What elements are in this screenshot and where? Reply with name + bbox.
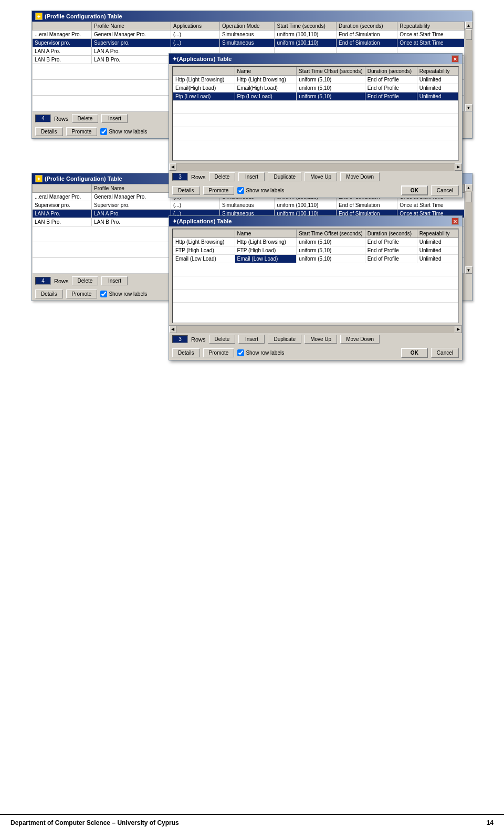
app-col-name2-7: Name — [235, 230, 297, 238]
col-header-empty-6 — [33, 22, 92, 30]
main-showlabels-checkbox-6[interactable] — [100, 128, 107, 135]
profile-config-window-6: ✦ (Profile Configuration) Table Profile … — [32, 11, 472, 139]
main-rows-count-7[interactable] — [35, 277, 51, 285]
scroll-track-7 — [465, 191, 472, 266]
app-table-row[interactable] — [173, 114, 458, 127]
app-ok-btn-6[interactable]: OK — [401, 185, 428, 195]
app-window-icon-6: ✦ — [172, 56, 177, 63]
hscroll-track-7 — [176, 326, 455, 333]
app-table-row[interactable]: Email(High Load) Email(High Load) unifor… — [173, 84, 458, 92]
app-table-row[interactable]: Ftp (Low Load) Ftp (Low Load) uniform (5… — [173, 92, 458, 101]
col-header-empty-7 — [33, 184, 92, 193]
app-showlabels-label-6[interactable]: Show row labels — [237, 187, 284, 194]
app-controls-row2-7: Details Promote Show row labels OK Cance… — [169, 346, 462, 360]
app-cancel-btn-6[interactable]: Cancel — [431, 185, 459, 195]
scroll-thumb-7[interactable] — [466, 192, 472, 202]
window-titlebar-6: ✦ (Profile Configuration) Table — [32, 11, 472, 22]
main-insert-btn-7[interactable]: Insert — [101, 276, 128, 285]
main-insert-btn-6[interactable]: Insert — [101, 114, 128, 123]
hscroll-right-7[interactable]: ▶ — [455, 326, 462, 333]
table-row[interactable]: Supervisor pro. Supervisor pro. (...) Si… — [33, 39, 465, 47]
applications-table-window-6: ✦ (Applications) Table ✕ Name Sta — [169, 53, 463, 198]
app-table-container-6: Name Start Time Offset (seconds) Duratio… — [172, 66, 459, 161]
main-showlabels-label-6[interactable]: Show row labels — [100, 128, 147, 135]
table-row[interactable]: Supervisor pro. Supervisor pro. (...) Si… — [33, 201, 465, 210]
app-table-row[interactable]: Email (Low Load) Email (Low Load) unifor… — [173, 255, 458, 263]
app-rows-count-6[interactable] — [172, 173, 188, 181]
hscroll-right-6[interactable]: ▶ — [455, 163, 462, 171]
app-window-close-6[interactable]: ✕ — [452, 55, 459, 63]
app-table-row[interactable] — [173, 263, 458, 276]
app-movedown-btn-7[interactable]: Move Down — [340, 335, 380, 344]
app-moveup-btn-6[interactable]: Move Up — [304, 172, 337, 181]
app-delete-btn-7[interactable]: Delete — [209, 335, 236, 344]
app-table-row[interactable]: Http (Light Browsing) Http (Light Browsi… — [173, 76, 458, 84]
app-duplicate-btn-7[interactable]: Duplicate — [268, 335, 301, 344]
app-table-row[interactable] — [173, 127, 458, 140]
app-table-row[interactable]: Http (Light Browsing) Http (Light Browsi… — [173, 238, 458, 246]
app-promote-btn-7[interactable]: Promote — [203, 348, 235, 357]
hscroll-left-6[interactable]: ◀ — [169, 163, 176, 171]
app-rows-count-7[interactable] — [172, 335, 188, 343]
scroll-up-arrow-7[interactable]: ▲ — [465, 184, 472, 191]
main-showlabels-label-7[interactable]: Show row labels — [100, 291, 147, 297]
col-header-starttime-6: Start Time (seconds) — [275, 22, 337, 30]
app-details-btn-6[interactable]: Details — [172, 186, 200, 195]
app-delete-btn-6[interactable]: Delete — [209, 172, 236, 181]
main-details-btn-6[interactable]: Details — [35, 127, 63, 136]
hscroll-left-7[interactable]: ◀ — [169, 326, 176, 333]
scroll-down-arrow-6[interactable]: ▼ — [465, 104, 472, 111]
app-moveup-btn-7[interactable]: Move Up — [304, 335, 337, 344]
window-icon-6: ✦ — [35, 13, 43, 20]
window-title-6: (Profile Configuration) Table — [45, 13, 122, 19]
main-showlabels-checkbox-7[interactable] — [100, 291, 107, 297]
app-promote-btn-6[interactable]: Promote — [203, 186, 235, 195]
app-controls-row1-7: Rows Delete Insert Duplicate Move Up Mov… — [169, 333, 462, 346]
scroll-down-arrow-7[interactable]: ▼ — [465, 266, 472, 274]
app-table-row[interactable] — [173, 276, 458, 290]
figure6-window: ✦ (Profile Configuration) Table Profile … — [32, 5, 472, 144]
app-col-name1-6 — [173, 67, 235, 76]
app-showlabels-checkbox-6[interactable] — [237, 187, 244, 194]
app-details-btn-7[interactable]: Details — [172, 348, 200, 357]
app-table-row[interactable]: FTP (High Load) FTP (High Load) uniform … — [173, 246, 458, 255]
vertical-scrollbar-7[interactable]: ▲ ▼ — [465, 184, 472, 274]
app-rows-label-6: Rows — [191, 174, 206, 180]
main-promote-btn-7[interactable]: Promote — [66, 290, 98, 298]
app-showlabels-label-7[interactable]: Show row labels — [237, 349, 284, 356]
app-movedown-btn-6[interactable]: Move Down — [340, 172, 380, 181]
table-row[interactable]: ...eral Manager Pro. General Manager Pro… — [33, 30, 465, 39]
col-header-applications-6: Applications — [171, 22, 220, 30]
app-hscroll-7[interactable]: ◀ ▶ — [169, 325, 462, 333]
main-details-btn-7[interactable]: Details — [35, 290, 63, 298]
app-rows-label-7: Rows — [191, 336, 206, 343]
app-insert-btn-7[interactable]: Insert — [238, 335, 265, 344]
col-header-opmode-6: Operation Mode — [219, 22, 275, 30]
app-table-row[interactable] — [173, 290, 458, 303]
app-duplicate-btn-6[interactable]: Duplicate — [268, 172, 301, 181]
app-hscroll-6[interactable]: ◀ ▶ — [169, 163, 462, 170]
app-table-7: Name Start Time Offset (seconds) Duratio… — [173, 229, 458, 303]
app-ok-btn-7[interactable]: OK — [401, 348, 428, 358]
main-showlabels-text-6: Show row labels — [109, 129, 147, 135]
app-cancel-btn-7[interactable]: Cancel — [431, 348, 459, 358]
app-table-row[interactable] — [173, 101, 458, 114]
app-insert-btn-6[interactable]: Insert — [238, 172, 265, 181]
app-window-close-7[interactable]: ✕ — [452, 218, 459, 225]
app-col-startoffset-7: Start Time Offset (seconds) — [297, 230, 365, 238]
main-rows-count-6[interactable] — [35, 115, 51, 122]
app-controls-row2-6: Details Promote Show row labels OK Cance… — [169, 183, 462, 198]
vertical-scrollbar-6[interactable]: ▲ ▼ — [465, 22, 472, 111]
hscroll-track-6 — [176, 163, 455, 171]
main-delete-btn-7[interactable]: Delete — [72, 276, 99, 285]
app-col-name2-6: Name — [235, 67, 297, 76]
app-table-6: Name Start Time Offset (seconds) Duratio… — [173, 67, 458, 140]
main-promote-btn-6[interactable]: Promote — [66, 127, 98, 136]
scroll-up-arrow-6[interactable]: ▲ — [465, 22, 472, 29]
applications-table-window-7: ✦ (Applications) Table ✕ Name Sta — [169, 215, 463, 360]
app-showlabels-checkbox-7[interactable] — [237, 349, 244, 356]
scroll-thumb-6[interactable] — [466, 29, 472, 40]
main-delete-btn-6[interactable]: Delete — [72, 114, 99, 123]
app-col-duration-6: Duration (seconds) — [365, 67, 417, 76]
col-header-profilename-7: Profile Name — [92, 184, 171, 193]
